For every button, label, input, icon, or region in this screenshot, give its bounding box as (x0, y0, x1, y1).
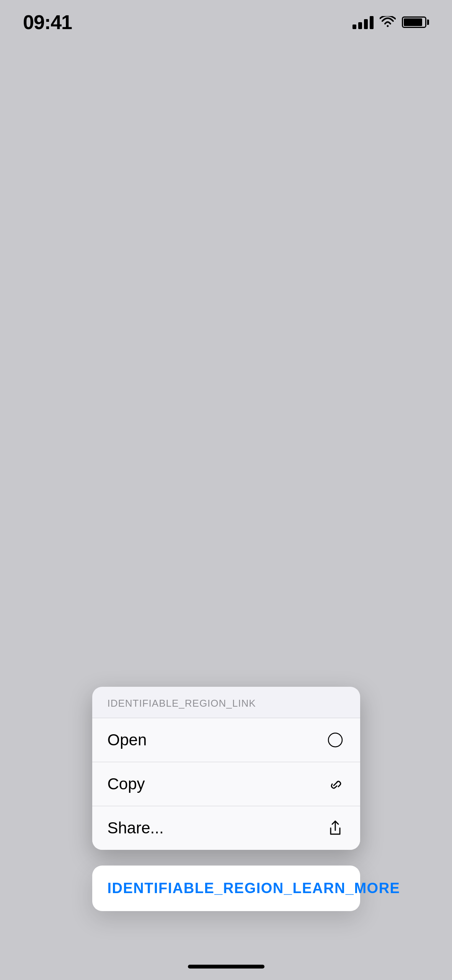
signal-bar-2 (358, 22, 362, 29)
svg-marker-1 (333, 737, 338, 743)
link-icon (326, 774, 345, 794)
status-bar: 09:41 (0, 0, 452, 38)
signal-bar-4 (370, 16, 374, 29)
context-menu-share[interactable]: Share... (92, 806, 360, 850)
svg-point-0 (328, 733, 342, 747)
battery-icon (402, 16, 429, 28)
battery-body (402, 16, 426, 28)
open-label: Open (108, 731, 147, 749)
context-menu-title: IDENTIFIABLE_REGION_LINK (108, 697, 256, 709)
learn-more-button[interactable]: IDENTIFIABLE_REGION_LEARN_MORE (92, 866, 360, 911)
copy-label: Copy (108, 775, 145, 793)
share-icon (326, 818, 345, 838)
context-menu: IDENTIFIABLE_REGION_LINK Open Copy (92, 687, 360, 850)
context-menu-open[interactable]: Open (92, 718, 360, 762)
signal-bar-1 (352, 24, 356, 29)
context-menu-container: IDENTIFIABLE_REGION_LINK Open Copy (92, 687, 360, 850)
context-menu-header: IDENTIFIABLE_REGION_LINK (92, 687, 360, 718)
battery-tip (427, 20, 429, 25)
share-label: Share... (108, 819, 164, 837)
svg-marker-2 (333, 741, 334, 743)
battery-fill (404, 18, 422, 26)
status-icons (352, 15, 429, 29)
status-time: 09:41 (23, 11, 72, 34)
home-indicator (188, 965, 264, 969)
compass-icon (326, 730, 345, 750)
signal-bars-icon (352, 15, 374, 29)
wifi-icon (380, 16, 396, 28)
learn-more-text: IDENTIFIABLE_REGION_LEARN_MORE (108, 880, 400, 896)
context-menu-copy[interactable]: Copy (92, 762, 360, 806)
signal-bar-3 (364, 19, 368, 29)
